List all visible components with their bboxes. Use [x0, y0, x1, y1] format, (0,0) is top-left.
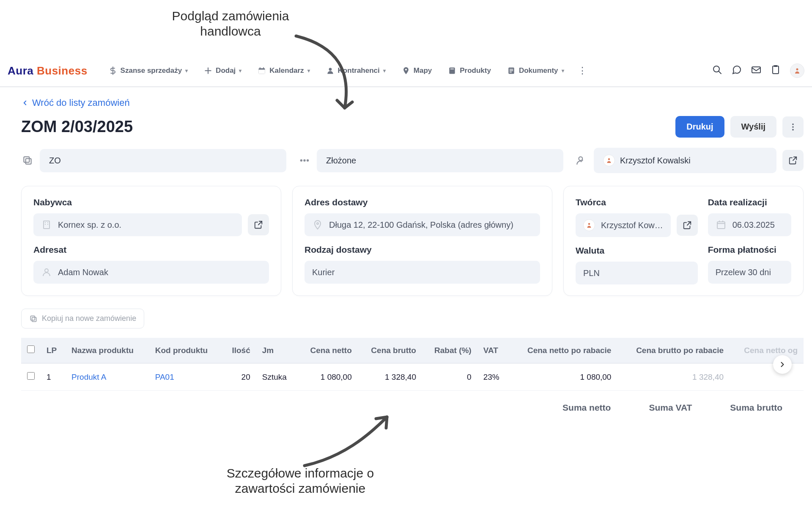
delivery-kind-value: Kurier — [312, 268, 335, 277]
cell-rabat: 0 — [422, 363, 477, 391]
doc-type-field[interactable]: ZO — [40, 149, 286, 172]
addressee-label: Adresat — [33, 245, 269, 255]
book-icon — [448, 66, 456, 75]
copy-to-new-order-button[interactable]: Kopiuj na nowe zamówienie — [21, 309, 144, 329]
buyer-field[interactable]: Kornex sp. z o.o. — [33, 213, 242, 236]
status-group: Złożone — [298, 149, 563, 172]
col-brutto-after: Cena brutto po rabacie — [617, 338, 730, 363]
svg-rect-28 — [44, 221, 49, 229]
back-link-label: Wróć do listy zamówień — [32, 97, 130, 108]
delivery-kind-field[interactable]: Kurier — [304, 261, 540, 284]
svg-point-23 — [300, 159, 302, 161]
svg-point-18 — [792, 123, 794, 125]
nav-item-products[interactable]: Produkty — [442, 63, 497, 78]
page-header: ZOM 2/03/2025 Drukuj Wyślij — [21, 116, 804, 138]
send-button[interactable]: Wyślij — [730, 116, 776, 138]
payment-label: Forma płatności — [708, 245, 791, 255]
products-section: Kopiuj na nowe zamówienie LP Nazwa produ… — [21, 309, 804, 413]
svg-rect-11 — [510, 70, 513, 71]
brand-part2: Business — [37, 64, 88, 77]
delivery-card: Adres dostawy Długa 12, 22-100 Gdańsk, P… — [292, 186, 552, 296]
buyer-value: Kornex sp. z o.o. — [58, 220, 121, 230]
svg-rect-22 — [24, 157, 29, 162]
top-nav: Aura Business Szanse sprzedaży ▾ Dodaj ▾… — [0, 55, 812, 87]
col-name: Nazwa produktu — [66, 338, 149, 363]
status-field[interactable]: Złożone — [317, 149, 563, 172]
svg-rect-14 — [752, 67, 760, 73]
user-avatar[interactable] — [790, 64, 804, 78]
buyer-open-button[interactable] — [248, 214, 269, 235]
svg-rect-8 — [450, 69, 454, 69]
nav-label: Mapy — [414, 66, 432, 75]
cell-lp: 1 — [41, 363, 66, 391]
mail-icon[interactable] — [751, 65, 761, 77]
cell-brutto: 1 328,40 — [358, 363, 422, 391]
nav-more-button[interactable]: ⋮ — [574, 64, 590, 78]
open-external-button[interactable] — [782, 150, 804, 171]
addressee-value: Adam Nowak — [58, 268, 108, 277]
doc-type-group: ZO — [21, 149, 286, 172]
chevron-down-icon: ▾ — [562, 68, 564, 74]
nav-label: Dokumenty — [519, 66, 558, 75]
calendar-icon — [258, 66, 266, 75]
pin-icon — [402, 66, 410, 75]
assignee-field[interactable]: Krzysztof Kowalski — [594, 148, 776, 173]
svg-rect-21 — [26, 159, 31, 164]
chevron-down-icon: ▾ — [383, 68, 386, 74]
more-actions-button[interactable] — [782, 116, 804, 138]
clipboard-icon[interactable] — [771, 65, 781, 77]
cell-netto-after: 1 080,00 — [509, 363, 617, 391]
nav-label: Produkty — [460, 66, 491, 75]
table-row[interactable]: 1 Produkt A PA01 20 Sztuka 1 080,00 1 32… — [21, 363, 804, 391]
search-icon[interactable] — [712, 65, 722, 77]
col-overflow: Cena netto og — [730, 338, 804, 363]
creator-field[interactable]: Krzysztof Kow… — [576, 213, 671, 237]
currency-field[interactable]: PLN — [576, 262, 698, 284]
svg-point-20 — [792, 129, 794, 130]
col-checkbox — [21, 338, 41, 363]
page-content: Wróć do listy zamówień ZOM 2/03/2025 Dru… — [0, 87, 812, 413]
nav-item-add[interactable]: Dodaj ▾ — [198, 63, 247, 78]
row-checkbox[interactable] — [27, 372, 35, 380]
calendar-outline-icon — [716, 219, 727, 230]
col-code: Kod produktu — [149, 338, 222, 363]
col-netto: Cena netto — [297, 338, 358, 363]
status-icon — [298, 154, 311, 167]
scroll-right-button[interactable] — [773, 355, 792, 374]
cell-netto: 1 080,00 — [297, 363, 358, 391]
total-brutto-label: Suma brutto — [730, 403, 782, 413]
product-link[interactable]: Produkt A — [71, 373, 106, 381]
delivery-address-field[interactable]: Długa 12, 22-100 Gdańsk, Polska (adres g… — [304, 213, 540, 236]
products-table: LP Nazwa produktu Kod produktu Ilość Jm … — [21, 338, 804, 391]
cell-qty: 20 — [222, 363, 256, 391]
meta-card: Twórca Krzysztof Kow… Waluta — [563, 186, 804, 296]
svg-rect-36 — [717, 222, 725, 229]
payment-field[interactable]: Przelew 30 dni — [708, 261, 791, 284]
select-all-checkbox[interactable] — [27, 345, 35, 353]
print-button[interactable]: Drukuj — [675, 116, 724, 138]
buyer-card: Nabywca Kornex sp. z o.o. Adresat Adam N… — [21, 186, 281, 296]
date-field[interactable]: 06.03.2025 — [708, 213, 791, 236]
addressee-field[interactable]: Adam Nowak — [33, 261, 269, 284]
nav-item-maps[interactable]: Mapy — [396, 63, 438, 78]
svg-rect-12 — [510, 72, 512, 73]
product-code-link[interactable]: PA01 — [155, 373, 174, 381]
chat-icon[interactable] — [732, 65, 742, 77]
buyer-label: Nabywca — [33, 197, 269, 207]
assignee-avatar-icon — [603, 155, 615, 166]
nav-item-documents[interactable]: Dokumenty ▾ — [501, 63, 570, 78]
assignee-name: Krzysztof Kowalski — [620, 156, 691, 166]
svg-rect-32 — [47, 224, 48, 225]
svg-point-19 — [792, 126, 794, 128]
brand-logo: Aura Business — [8, 64, 88, 77]
back-link[interactable]: Wróć do listy zamówień — [21, 97, 804, 108]
document-icon — [507, 66, 516, 75]
col-brutto: Cena brutto — [358, 338, 422, 363]
svg-point-33 — [45, 269, 48, 272]
total-vat-label: Suma VAT — [649, 403, 692, 413]
nav-item-sales[interactable]: Szanse sprzedaży ▾ — [103, 63, 194, 78]
svg-rect-16 — [774, 65, 777, 67]
col-unit: Jm — [256, 338, 297, 363]
svg-rect-4 — [263, 67, 264, 69]
creator-open-button[interactable] — [677, 215, 698, 236]
